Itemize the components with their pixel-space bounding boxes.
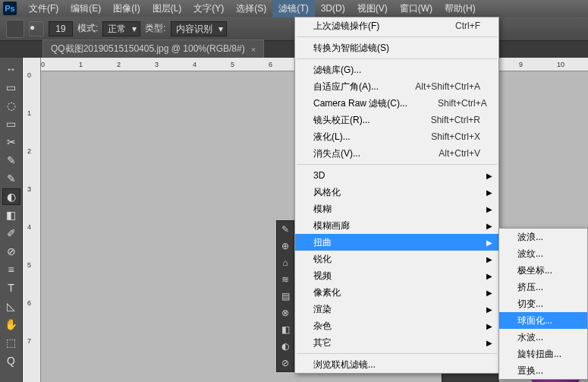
tool-lasso[interactable]: ◌: [2, 97, 20, 114]
filter-camera-raw[interactable]: Camera Raw 滤镜(C)... Shift+Ctrl+A: [295, 95, 498, 112]
tool-move[interactable]: ↔: [2, 61, 20, 77]
submenu-arrow-icon: ▶: [486, 238, 492, 247]
menu-file[interactable]: 文件(F): [23, 0, 64, 17]
brush-size-input[interactable]: 19: [49, 21, 73, 36]
filter-distort[interactable]: 扭曲▶: [295, 234, 498, 251]
distort-ripple[interactable]: 波纹...: [499, 245, 587, 262]
tool-pen[interactable]: ◺: [2, 298, 20, 314]
menu-help[interactable]: 帮助(H): [439, 0, 482, 17]
tool-rect[interactable]: ⬚: [2, 334, 20, 351]
tool-eraser[interactable]: ⊘: [2, 243, 20, 260]
distort-polar[interactable]: 极坐标...: [499, 262, 587, 279]
filter-browse-online[interactable]: 浏览联机滤镜...: [295, 356, 498, 373]
menu-filter[interactable]: 滤镜(T): [272, 0, 314, 17]
menu-3d[interactable]: 3D(D): [315, 1, 351, 16]
filter-sharpen[interactable]: 锐化▶: [295, 251, 498, 267]
ftool-6[interactable]: ⊗: [277, 305, 294, 321]
distort-submenu: 波浪... 波纹... 极坐标... 挤压... 切变... 球面化... 水波…: [498, 228, 588, 380]
menu-window[interactable]: 窗口(W): [394, 0, 439, 17]
filter-blur-gallery[interactable]: 模糊画廊▶: [295, 217, 498, 234]
filter-stylize[interactable]: 风格化▶: [295, 184, 498, 200]
tool-eyedropper[interactable]: ✎: [2, 152, 20, 169]
ruler-h-tick: 3: [155, 61, 159, 68]
ftool-1[interactable]: ✎: [277, 221, 294, 238]
tool-hand[interactable]: ✋: [2, 316, 20, 333]
ruler-v-tick: 0: [27, 71, 31, 79]
separator: [297, 164, 497, 165]
distort-displace[interactable]: 置换...: [499, 362, 587, 379]
filter-noise[interactable]: 杂色▶: [295, 317, 498, 334]
ftool-4[interactable]: ≋: [277, 271, 294, 288]
menu-label: 镜头校正(R)...: [313, 114, 370, 127]
ruler-v-tick: 1: [27, 109, 31, 117]
tool-gradient[interactable]: ≡: [2, 261, 20, 278]
filter-last[interactable]: 上次滤镜操作(F) Ctrl+F: [295, 17, 498, 34]
submenu-arrow-icon: ▶: [486, 172, 492, 180]
ftool-5[interactable]: ▤: [277, 288, 294, 305]
document-tab[interactable]: QQ截图20190515150405.jpg @ 100%(RGB/8#) ×: [42, 39, 264, 58]
menu-label: 像素化: [313, 286, 341, 299]
tool-healing[interactable]: ◐: [2, 188, 20, 205]
filter-blur[interactable]: 模糊▶: [295, 200, 498, 217]
distort-wave[interactable]: 波浪...: [499, 229, 587, 245]
menu-label: 液化(L)...: [313, 131, 351, 144]
ftool-9[interactable]: ⊘: [277, 355, 294, 371]
menu-label: 切变...: [517, 298, 543, 311]
menu-label: 置换...: [517, 365, 543, 377]
filter-liquify[interactable]: 液化(L)... Shift+Ctrl+X: [295, 128, 498, 145]
distort-zigzag[interactable]: 水波...: [499, 329, 587, 346]
menu-shortcut: Ctrl+F: [425, 21, 480, 31]
filter-render[interactable]: 渲染▶: [295, 301, 498, 317]
tool-brush[interactable]: ✎: [2, 170, 20, 187]
menu-type[interactable]: 文字(Y): [187, 0, 230, 17]
menu-view[interactable]: 视图(V): [351, 0, 394, 17]
mode-dropdown[interactable]: 正常: [102, 21, 140, 36]
submenu-arrow-icon: ▶: [486, 255, 492, 264]
current-tool-icon[interactable]: [6, 20, 24, 38]
ftool-2[interactable]: ⊕: [277, 238, 294, 254]
filter-gallery[interactable]: 滤镜库(G)...: [295, 62, 498, 78]
menu-layer[interactable]: 图层(L): [146, 0, 188, 17]
filter-pixelate[interactable]: 像素化▶: [295, 284, 498, 301]
menu-label: 其它: [313, 336, 332, 349]
filter-adaptive[interactable]: 自适应广角(A)... Alt+Shift+Ctrl+A: [295, 78, 498, 95]
menu-label: 扭曲: [313, 236, 332, 249]
tool-pencil[interactable]: ✐: [2, 225, 20, 242]
menu-label: 浏览联机滤镜...: [313, 358, 376, 371]
filter-3d[interactable]: 3D▶: [295, 167, 498, 184]
ftool-8[interactable]: ◐: [277, 338, 294, 355]
mode-label: 模式:: [77, 22, 98, 35]
menu-image[interactable]: 图像(I): [107, 0, 146, 17]
filter-vanishing[interactable]: 消失点(V)... Alt+Ctrl+V: [295, 145, 498, 162]
distort-shear[interactable]: 切变...: [499, 295, 587, 312]
tool-quickmask[interactable]: Q: [2, 352, 20, 369]
tool-crop[interactable]: ▭: [2, 115, 20, 132]
menu-shortcut: Alt+Ctrl+V: [408, 148, 480, 159]
menu-select[interactable]: 选择(S): [230, 0, 272, 17]
menu-label: Camera Raw 滤镜(C)...: [313, 97, 407, 110]
tool-marquee[interactable]: ▭: [2, 79, 20, 96]
type-dropdown[interactable]: 内容识别: [171, 21, 227, 36]
filter-lens[interactable]: 镜头校正(R)... Shift+Ctrl+R: [295, 112, 498, 128]
ftool-3[interactable]: ⌂: [277, 254, 294, 271]
distort-pinch[interactable]: 挤压...: [499, 279, 587, 295]
ruler-h-tick: 9: [519, 61, 523, 68]
distort-spherize[interactable]: 球面化...: [499, 312, 587, 329]
tool-clone[interactable]: ◧: [2, 207, 20, 223]
submenu-arrow-icon: ▶: [486, 205, 492, 213]
filter-convert-smart[interactable]: 转换为智能滤镜(S): [295, 39, 498, 56]
brush-thumb-icon[interactable]: ●: [29, 21, 44, 36]
tool-type[interactable]: T: [2, 279, 20, 296]
menu-edit[interactable]: 编辑(E): [64, 0, 107, 17]
ftool-7[interactable]: ◧: [277, 321, 294, 338]
tool-slice[interactable]: ✂: [2, 134, 20, 150]
menu-label: 模糊画廊: [313, 219, 350, 232]
filter-other[interactable]: 其它▶: [295, 334, 498, 351]
close-icon[interactable]: ×: [251, 45, 256, 54]
submenu-arrow-icon: ▶: [486, 289, 492, 297]
filter-video[interactable]: 视频▶: [295, 267, 498, 284]
ruler-h-tick: 2: [117, 61, 121, 68]
toolbox: ↔ ▭ ◌ ▭ ✂ ✎ ✎ ◐ ◧ ✐ ⊘ ≡ T ◺ ✋ ⬚ Q: [0, 58, 23, 382]
distort-twirl[interactable]: 旋转扭曲...: [499, 346, 587, 362]
menu-label: 波纹...: [517, 248, 543, 260]
